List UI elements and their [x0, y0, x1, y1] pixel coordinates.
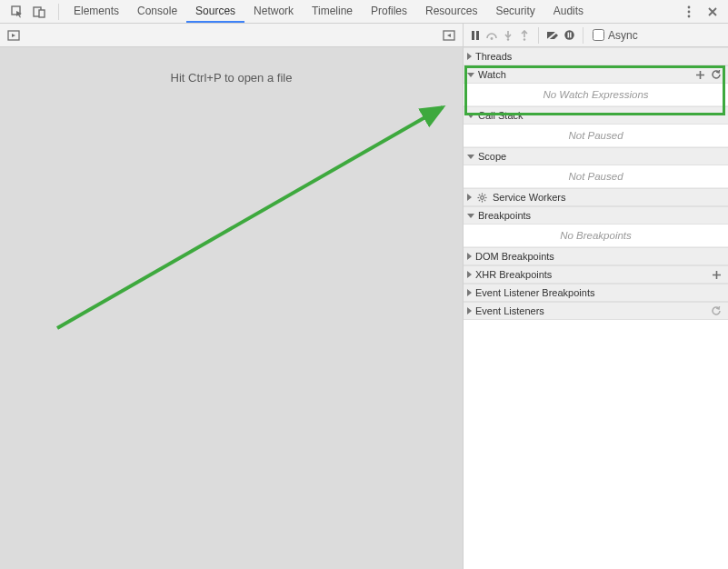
tab-timeline[interactable]: Timeline	[303, 0, 362, 23]
svg-point-3	[688, 5, 691, 8]
tab-elements[interactable]: Elements	[65, 0, 128, 23]
collapse-icon	[467, 214, 474, 218]
step-over-icon[interactable]	[484, 27, 500, 44]
async-label: Async	[608, 29, 638, 42]
callstack-empty: Not Paused	[464, 125, 728, 147]
expand-icon	[467, 194, 472, 201]
tab-console[interactable]: Console	[128, 0, 186, 23]
tab-network[interactable]: Network	[244, 0, 303, 23]
svg-line-25	[484, 194, 485, 195]
tab-security[interactable]: Security	[486, 0, 544, 23]
section-dom-breakpoints[interactable]: DOM Breakpoints	[464, 247, 728, 265]
svg-point-12	[507, 38, 509, 40]
top-right-controls	[681, 4, 724, 20]
svg-rect-17	[570, 33, 572, 38]
svg-rect-9	[472, 31, 474, 40]
section-scope[interactable]: Scope	[464, 147, 728, 165]
pause-on-exceptions-icon[interactable]	[561, 27, 577, 44]
scope-empty: Not Paused	[464, 165, 728, 188]
collapse-icon	[467, 155, 474, 159]
section-callstack[interactable]: Call Stack	[464, 106, 728, 125]
svg-point-5	[688, 15, 691, 17]
show-navigator-icon[interactable]	[5, 27, 22, 44]
devtools-top-bar: Elements Console Sources Network Timelin…	[0, 0, 728, 24]
add-xhr-breakpoint-icon[interactable]	[710, 268, 723, 281]
tab-sources[interactable]: Sources	[186, 0, 244, 23]
step-into-icon[interactable]	[500, 27, 516, 44]
svg-line-24	[484, 199, 485, 200]
expand-icon	[467, 289, 472, 296]
svg-point-18	[481, 195, 484, 199]
show-debugger-icon[interactable]	[441, 27, 457, 44]
section-event-listener-breakpoints[interactable]: Event Listener Breakpoints	[464, 284, 728, 302]
device-toggle-icon[interactable]	[31, 4, 47, 20]
annotation-arrow	[0, 24, 464, 569]
pause-resume-icon[interactable]	[467, 27, 484, 44]
tab-audits[interactable]: Audits	[544, 0, 593, 23]
debug-sidebar: Async Threads Watch No Watch Expressions	[464, 24, 728, 569]
refresh-event-listeners-icon[interactable]	[710, 304, 723, 317]
tab-profiles[interactable]: Profiles	[362, 0, 416, 23]
expand-icon	[467, 307, 472, 314]
section-event-listeners[interactable]: Event Listeners	[464, 302, 728, 320]
expand-icon	[467, 253, 472, 260]
svg-point-4	[688, 10, 691, 13]
divider	[58, 4, 59, 20]
step-out-icon[interactable]	[516, 27, 533, 44]
divider	[538, 27, 539, 44]
refresh-watch-icon[interactable]	[710, 68, 723, 81]
debug-toolbar: Async	[464, 24, 728, 47]
kebab-menu-icon[interactable]	[681, 4, 697, 20]
gear-icon	[477, 193, 487, 203]
inspect-icons	[4, 4, 53, 20]
expand-icon	[467, 53, 472, 60]
svg-line-8	[57, 107, 443, 328]
inspect-element-icon[interactable]	[9, 4, 25, 20]
svg-point-13	[524, 38, 525, 40]
svg-rect-16	[567, 33, 569, 38]
watch-empty: No Watch Expressions	[464, 84, 728, 106]
section-watch[interactable]: Watch	[464, 65, 728, 84]
section-threads[interactable]: Threads	[464, 47, 728, 65]
collapse-icon	[467, 114, 474, 118]
editor-toolbar	[0, 24, 463, 47]
sources-main: Hit Ctrl+P to open a file	[0, 24, 728, 569]
async-toggle[interactable]: Async	[593, 29, 638, 42]
svg-point-11	[491, 37, 494, 40]
tab-resources[interactable]: Resources	[416, 0, 486, 23]
deactivate-breakpoints-icon[interactable]	[544, 27, 561, 44]
debug-sections: Threads Watch No Watch Expressions Call …	[464, 47, 728, 569]
open-file-hint: Hit Ctrl+P to open a file	[0, 71, 463, 85]
panel-tabs: Elements Console Sources Network Timelin…	[65, 0, 593, 23]
async-checkbox[interactable]	[593, 29, 604, 41]
svg-rect-2	[39, 10, 45, 17]
collapse-icon	[467, 73, 474, 77]
divider	[583, 27, 583, 44]
svg-line-23	[479, 194, 480, 195]
svg-line-26	[479, 199, 480, 200]
expand-icon	[467, 271, 472, 278]
svg-point-15	[564, 30, 573, 39]
section-service-workers[interactable]: Service Workers	[464, 188, 728, 206]
close-devtools-icon[interactable]	[704, 4, 721, 20]
editor-pane: Hit Ctrl+P to open a file	[0, 24, 464, 569]
section-xhr-breakpoints[interactable]: XHR Breakpoints	[464, 265, 728, 284]
add-watch-icon[interactable]	[693, 68, 706, 81]
breakpoints-empty: No Breakpoints	[464, 225, 728, 247]
svg-rect-10	[476, 31, 479, 40]
section-breakpoints[interactable]: Breakpoints	[464, 206, 728, 225]
